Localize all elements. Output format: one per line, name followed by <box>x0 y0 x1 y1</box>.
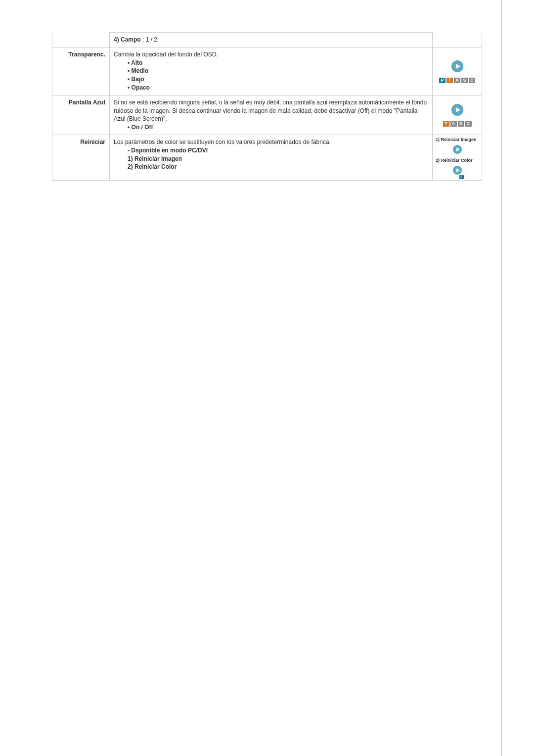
tag-c: C <box>469 78 475 83</box>
pantalla-option: On / Off <box>114 123 428 132</box>
reinit-side-block: 1) Reiniciar Imagen 2) Reiniciar Color F <box>436 137 479 178</box>
reinit-side-label-1: 1) Reiniciar Imagen <box>436 137 477 143</box>
cell-empty <box>52 33 110 47</box>
transparenc-option: Medio <box>114 67 428 75</box>
reiniciar-item2: 2) Reiniciar Color <box>114 163 428 171</box>
pantalla-desc: Si no se está recibiendo ninguna señal, … <box>114 98 428 123</box>
play-icon[interactable] <box>453 145 462 154</box>
play-icon[interactable] <box>451 104 463 116</box>
tag-a: A <box>454 78 460 83</box>
row-desc-reiniciar: Los parámetros de color se sustituyen co… <box>110 135 433 180</box>
campo-label-value: : 1 / 2 <box>141 36 157 43</box>
table-row: Transparenc. Cambia la opacidad del fond… <box>52 47 482 95</box>
cell-empty <box>433 33 482 47</box>
tag-a: A <box>450 121 457 127</box>
transparenc-desc: Cambia la opacidad del fondo del OSD. <box>114 50 428 59</box>
row-desc-pantalla: Si no se está recibiendo ninguna señal, … <box>110 95 433 135</box>
reiniciar-item1: 1) Reiniciar Imagen <box>114 155 428 163</box>
tag-p: P <box>439 78 445 83</box>
settings-table: 4) Campo : 1 / 2 Transparenc. Cambia la … <box>52 32 482 181</box>
page-right-border <box>501 0 502 756</box>
reiniciar-desc: Los parámetros de color se sustituyen co… <box>114 138 428 146</box>
transparenc-option: Alto <box>114 59 428 67</box>
reiniciar-note: - Dsponible en modo PC/DVI <box>114 146 428 155</box>
play-icon[interactable] <box>451 60 463 72</box>
transparenc-option: Bajo <box>114 75 428 84</box>
tag-t: T <box>443 121 449 127</box>
icon-wrap <box>453 144 462 157</box>
tag-row: P T A S C <box>437 78 478 83</box>
play-icon[interactable] <box>453 166 462 175</box>
reinit-side-label-2: 2) Reiniciar Color <box>436 158 473 164</box>
icon-wrap: F <box>453 165 462 178</box>
transparenc-option: Opaco <box>114 84 428 92</box>
row-desc-transparenc: Cambia la opacidad del fondo del OSD. Al… <box>110 47 433 95</box>
tag-t: T <box>446 78 453 83</box>
cell-campo: 4) Campo : 1 / 2 <box>110 33 433 47</box>
row-label-transparenc: Transparenc. <box>52 47 110 95</box>
tag-s: S <box>458 121 464 127</box>
row-media-pantalla: T A S C <box>433 95 482 135</box>
tag-row: T A S C <box>437 121 478 127</box>
tag-s: S <box>461 78 468 83</box>
corner-badge: F <box>459 175 463 179</box>
settings-table-container: 4) Campo : 1 / 2 Transparenc. Cambia la … <box>52 32 482 181</box>
tag-c: C <box>465 121 472 127</box>
row-media-reiniciar: 1) Reiniciar Imagen 2) Reiniciar Color F <box>433 135 482 180</box>
table-row: Pantalla Azul Si no se está recibiendo n… <box>52 95 482 135</box>
row-media-transparenc: P T A S C <box>433 47 482 95</box>
row-label-reiniciar: Reiniciar <box>52 135 110 180</box>
table-row: Reiniciar Los parámetros de color se sus… <box>52 135 482 180</box>
row-label-pantalla: Pantalla Azul <box>52 95 110 135</box>
table-row: 4) Campo : 1 / 2 <box>52 33 482 47</box>
campo-label-prefix: 4) Campo <box>114 36 141 43</box>
